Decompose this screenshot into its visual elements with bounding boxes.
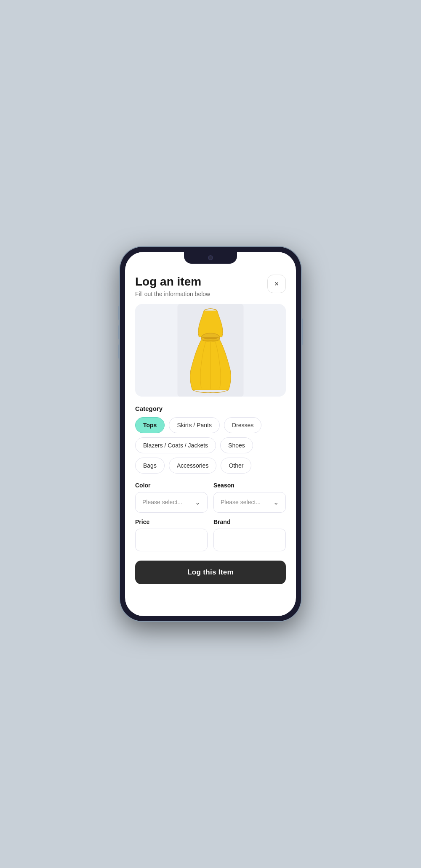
category-chip-shoes[interactable]: Shoes bbox=[220, 437, 253, 453]
season-field: Season Please select... ⌄ bbox=[213, 482, 286, 513]
season-select[interactable]: Please select... ⌄ bbox=[213, 492, 286, 513]
volume-mute-button bbox=[118, 306, 120, 320]
color-field: Color Please select... ⌄ bbox=[135, 482, 208, 513]
notch bbox=[184, 252, 237, 264]
brand-field-container: Brand bbox=[213, 519, 286, 551]
color-label: Color bbox=[135, 482, 208, 489]
price-input[interactable] bbox=[135, 529, 208, 551]
category-chip-other[interactable]: Other bbox=[221, 458, 251, 474]
season-placeholder: Please select... bbox=[221, 499, 261, 505]
price-field-container: Price bbox=[135, 519, 208, 551]
close-button[interactable]: × bbox=[267, 275, 286, 293]
color-select[interactable]: Please select... ⌄ bbox=[135, 492, 208, 513]
color-season-row: Color Please select... ⌄ Season Please s… bbox=[135, 482, 286, 513]
category-chip-dresses[interactable]: Dresses bbox=[224, 417, 261, 433]
brand-label: Brand bbox=[213, 519, 286, 525]
screen-content: Log an item Fill out the information bel… bbox=[125, 252, 296, 616]
close-icon: × bbox=[274, 280, 279, 288]
category-chip-tops[interactable]: Tops bbox=[135, 417, 165, 433]
category-chip-skirts-pants[interactable]: Skirts / Pants bbox=[169, 417, 219, 433]
page-subtitle: Fill out the information below bbox=[135, 291, 267, 297]
phone-frame: Log an item Fill out the information bel… bbox=[120, 247, 301, 621]
category-chip-accessories[interactable]: Accessories bbox=[169, 458, 216, 474]
dress-image bbox=[135, 304, 286, 397]
color-chevron-icon: ⌄ bbox=[195, 498, 200, 506]
category-grid: Tops Skirts / Pants Dresses Blazers / Co… bbox=[135, 417, 286, 474]
header-text: Log an item Fill out the information bel… bbox=[135, 275, 267, 297]
price-label: Price bbox=[135, 519, 208, 525]
season-label: Season bbox=[213, 482, 286, 489]
category-chip-bags[interactable]: Bags bbox=[135, 458, 165, 474]
product-image-container bbox=[135, 304, 286, 397]
header: Log an item Fill out the information bel… bbox=[135, 275, 286, 297]
category-chip-blazers[interactable]: Blazers / Coats / Jackets bbox=[135, 437, 216, 453]
page-title: Log an item bbox=[135, 275, 267, 289]
brand-input[interactable] bbox=[213, 529, 286, 551]
log-item-button[interactable]: Log this Item bbox=[135, 561, 286, 584]
volume-up-button bbox=[118, 325, 120, 339]
color-placeholder: Please select... bbox=[142, 499, 182, 505]
log-item-label: Log this Item bbox=[187, 568, 234, 576]
power-button bbox=[301, 318, 303, 345]
volume-down-button bbox=[118, 344, 120, 359]
price-brand-row: Price Brand bbox=[135, 519, 286, 551]
phone-screen: Log an item Fill out the information bel… bbox=[125, 252, 296, 616]
season-chevron-icon: ⌄ bbox=[273, 498, 279, 506]
category-label: Category bbox=[135, 405, 286, 412]
camera-icon bbox=[208, 255, 213, 260]
